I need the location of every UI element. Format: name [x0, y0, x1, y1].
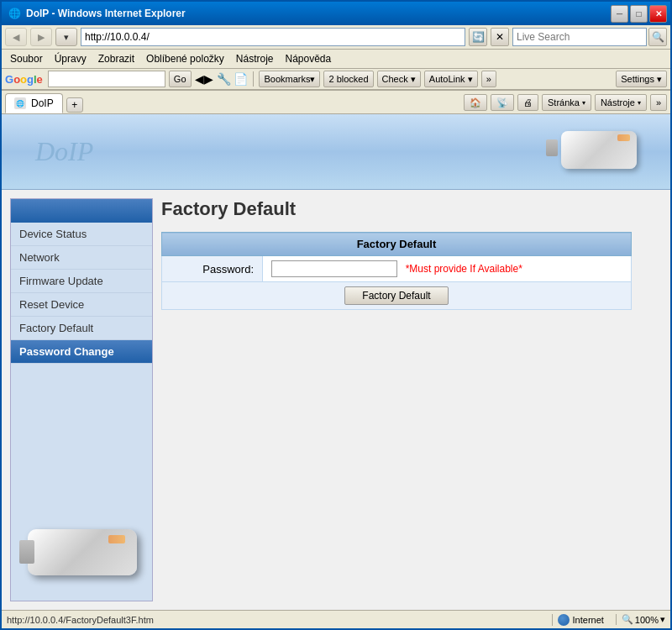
must-provide-text: *Must provide If Available* [406, 263, 522, 275]
new-tab-button[interactable]: + [66, 97, 83, 113]
status-url: http://10.0.0.4/FactoryDefault3F.htm [7, 615, 545, 625]
back-button[interactable]: ◀ [5, 28, 27, 46]
device-connector [546, 139, 558, 156]
device-stripe [617, 134, 630, 141]
google-toolbar: Google Go ◀▶ 🔧 📄 Bookmarks▾ 2 blocked Ch… [2, 69, 670, 91]
password-input[interactable] [271, 260, 397, 277]
bottom-device-stripe [108, 535, 125, 543]
menu-upravy[interactable]: Úpravy [50, 51, 92, 66]
bottom-device-connector [19, 540, 34, 564]
button-cell: Factory Default [162, 282, 632, 310]
bookmarks-button[interactable]: Bookmarks▾ [259, 71, 320, 87]
tools-button[interactable]: Nástroje ▾ [595, 94, 647, 111]
table-header: Factory Default [162, 233, 632, 256]
browser-icon: 🌐 [8, 8, 21, 19]
google-icons: 🔧 📄 [217, 72, 249, 86]
doip-title: DoIP [35, 136, 93, 167]
nav-device-status[interactable]: Device Status [11, 223, 152, 246]
maximize-button[interactable]: □ [630, 5, 648, 23]
home-button[interactable]: 🏠 [464, 94, 487, 111]
more-tabs-button[interactable]: » [650, 94, 667, 111]
nav-header [11, 199, 152, 223]
main-layout: Device Status Network Firmware Update Re… [2, 190, 670, 610]
stop-button[interactable]: ✕ [491, 28, 509, 46]
nav-password-change[interactable]: Password Change [11, 340, 152, 364]
minimize-button[interactable]: ─ [611, 5, 628, 23]
status-bar: http://10.0.0.4/FactoryDefault3F.htm Int… [2, 610, 670, 628]
refresh-button[interactable]: 🔄 [469, 28, 487, 46]
autolink-button[interactable]: AutoLink ▾ [424, 71, 478, 87]
separator-1 [253, 71, 254, 87]
dropdown-button[interactable]: ▾ [55, 28, 77, 46]
factory-default-button[interactable]: Factory Default [344, 286, 448, 305]
zone-label: Internet [573, 615, 604, 625]
google-go-button[interactable]: Go [169, 71, 192, 87]
status-zoom: 🔍 100% ▾ [616, 614, 665, 625]
zoom-icon: 🔍 [622, 614, 633, 625]
google-search-input[interactable] [48, 71, 165, 87]
more-button[interactable]: » [481, 71, 496, 87]
right-content: Factory Default Factory Default Password… [161, 198, 662, 601]
bottom-device-image [19, 517, 137, 592]
factory-default-table: Factory Default Password: *Must provide … [161, 232, 632, 310]
menu-soubor[interactable]: Soubor [5, 51, 48, 66]
google-logo: Google [5, 73, 43, 86]
feeds-button[interactable]: 📡 [491, 94, 514, 111]
address-bar-area: ◀ ▶ ▾ 🔄 ✕ 🔍 [2, 25, 670, 50]
settings-button[interactable]: Settings ▾ [616, 71, 667, 87]
forward-button[interactable]: ▶ [30, 28, 52, 46]
page-title: Factory Default [161, 198, 662, 220]
menu-napoveda[interactable]: Nápověda [281, 51, 337, 66]
search-area: 🔍 [512, 28, 667, 46]
globe-icon [558, 614, 570, 626]
address-input[interactable] [81, 28, 465, 46]
print-button[interactable]: 🖨 [517, 94, 538, 111]
zoom-level: 100% [635, 615, 659, 625]
password-label: Password: [162, 256, 263, 282]
menu-oblibene[interactable]: Oblíbené položky [141, 51, 229, 66]
title-bar-buttons: ─ □ ✕ [611, 5, 667, 23]
nav-factory-default[interactable]: Factory Default [11, 317, 152, 340]
tab-favicon: 🌐 [14, 97, 26, 109]
password-cell: *Must provide If Available* [263, 256, 632, 282]
tabs-right-icons: 🏠 📡 🖨 Stránka ▾ Nástroje ▾ » [464, 94, 667, 113]
nav-bottom-device [11, 364, 152, 601]
check-button[interactable]: Check ▾ [377, 71, 421, 87]
password-row: Password: *Must provide If Available* [162, 256, 632, 282]
banner-device-image [553, 123, 637, 181]
menu-bar: Soubor Úpravy Zobrazit Oblíbené položky … [2, 50, 670, 69]
zoom-dropdown-icon[interactable]: ▾ [660, 614, 665, 625]
title-bar: 🌐 DoIP - Windows Internet Explorer ─ □ ✕ [2, 2, 670, 25]
tab-label: DoIP [31, 97, 54, 109]
blocked-button[interactable]: 2 blocked [323, 71, 373, 87]
button-row: Factory Default [162, 282, 632, 310]
google-arrow-icon[interactable]: ◀▶ [195, 72, 213, 86]
title-bar-left: 🌐 DoIP - Windows Internet Explorer [8, 8, 186, 19]
menu-zobrazit[interactable]: Zobrazit [93, 51, 139, 66]
nav-network[interactable]: Network [11, 246, 152, 270]
status-zone: Internet [552, 614, 609, 626]
tabs-bar: 🌐 DoIP + 🏠 📡 🖨 Stránka ▾ Nástroje ▾ » [2, 91, 670, 114]
active-tab[interactable]: 🌐 DoIP [5, 93, 63, 113]
nav-reset-device[interactable]: Reset Device [11, 293, 152, 317]
nav-firmware-update[interactable]: Firmware Update [11, 270, 152, 293]
search-input[interactable] [512, 28, 647, 46]
doip-banner: DoIP [2, 114, 670, 190]
menu-nastroje[interactable]: Nástroje [231, 51, 279, 66]
search-go-button[interactable]: 🔍 [648, 28, 667, 46]
left-navigation: Device Status Network Firmware Update Re… [10, 198, 153, 601]
browser-window: 🌐 DoIP - Windows Internet Explorer ─ □ ✕… [0, 0, 672, 630]
page-content: DoIP Device Status Network Firmware Upda… [2, 114, 670, 610]
page-button[interactable]: Stránka ▾ [542, 94, 591, 111]
window-title: DoIP - Windows Internet Explorer [26, 8, 186, 19]
close-button[interactable]: ✕ [649, 5, 667, 23]
